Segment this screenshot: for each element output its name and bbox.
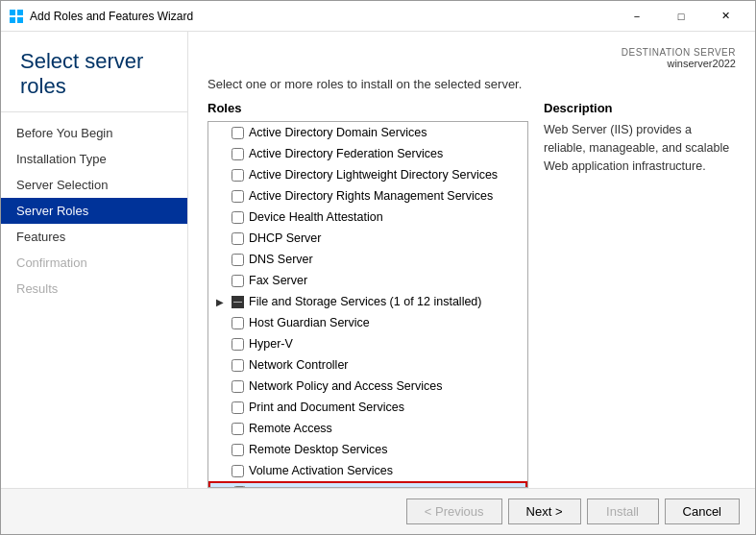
expand-arrow [216, 255, 230, 265]
role-label: Volume Activation Services [249, 464, 393, 477]
role-checkbox[interactable] [232, 380, 244, 393]
close-button[interactable]: ✕ [703, 1, 747, 32]
role-checkbox[interactable] [232, 401, 244, 414]
destination-label: DESTINATION SERVER [207, 47, 736, 58]
role-label: Device Health Attestation [249, 210, 383, 224]
main-panel: DESTINATION SERVER winserver2022 Select … [188, 32, 755, 488]
sidebar-item-installation-type[interactable]: Installation Type [1, 146, 187, 172]
list-item[interactable]: Network Policy and Access Services [208, 376, 527, 397]
role-checkbox[interactable] [233, 486, 246, 489]
list-item[interactable]: Remote Desktop Services [208, 439, 527, 460]
list-item-web-server[interactable]: Web Server (IIS) [208, 481, 527, 488]
role-checkbox[interactable] [232, 444, 244, 456]
expand-arrow [216, 212, 230, 223]
main-window: Add Roles and Features Wizard − □ ✕ Sele… [0, 0, 756, 535]
expand-arrow [216, 128, 230, 138]
sidebar-item-confirmation: Confirmation [1, 250, 187, 276]
role-checkbox[interactable] [232, 232, 244, 245]
role-checkbox[interactable] [232, 254, 244, 266]
sidebar-item-server-selection[interactable]: Server Selection [1, 172, 187, 198]
minimize-button[interactable]: − [615, 1, 659, 32]
role-checkbox[interactable] [232, 465, 244, 477]
list-item[interactable]: DHCP Server [208, 228, 527, 249]
expand-arrow [216, 318, 230, 328]
list-item[interactable]: Remote Access [208, 418, 527, 439]
role-label: Active Directory Rights Management Servi… [249, 189, 493, 203]
svg-rect-2 [10, 17, 15, 23]
list-item[interactable]: Print and Document Services [208, 397, 527, 418]
role-checkbox[interactable] [232, 317, 244, 329]
role-label: Active Directory Lightweight Directory S… [249, 168, 498, 182]
role-label: Host Guardian Service [249, 316, 370, 329]
list-item[interactable]: DNS Server [208, 249, 527, 270]
sidebar-item-features[interactable]: Features [1, 224, 187, 250]
roles-column-header: Roles [207, 101, 528, 115]
svg-rect-3 [17, 17, 23, 23]
expand-arrow [216, 233, 230, 244]
role-label: DHCP Server [249, 231, 321, 245]
role-label: Network Controller [249, 358, 349, 372]
role-checkbox[interactable] [232, 127, 244, 139]
list-item[interactable]: Active Directory Rights Management Servi… [208, 185, 527, 207]
list-item[interactable]: Active Directory Domain Services [208, 122, 527, 143]
svg-rect-0 [10, 10, 15, 15]
role-label: Web Server (IIS) [251, 485, 340, 488]
sidebar-nav: Before You Begin Installation Type Serve… [1, 112, 187, 309]
expand-arrow [216, 445, 230, 455]
maximize-button[interactable]: □ [659, 1, 703, 32]
list-item[interactable]: Active Directory Lightweight Directory S… [208, 164, 527, 185]
page-title: Select server roles [20, 49, 168, 100]
list-item[interactable]: ▶ File and Storage Services (1 of 12 ins… [208, 291, 527, 312]
content-area: Select server roles Before You Begin Ins… [1, 32, 755, 488]
role-label: Remote Desktop Services [249, 443, 388, 456]
description-header: Description [544, 101, 736, 115]
window-controls: − □ ✕ [615, 1, 747, 32]
role-checkbox[interactable] [232, 275, 244, 287]
list-item[interactable]: Hyper-V [208, 333, 527, 354]
role-checkbox[interactable] [232, 211, 244, 224]
roles-column: Roles Active Directory Domain Services [207, 101, 528, 488]
list-item[interactable]: Fax Server [208, 270, 527, 291]
footer: < Previous Next > Install Cancel [1, 488, 755, 534]
page-header: Select server roles [1, 32, 187, 112]
roles-list: Active Directory Domain Services Active … [208, 122, 527, 488]
role-checkbox[interactable] [232, 148, 244, 160]
role-checkbox[interactable] [232, 359, 244, 372]
list-item[interactable]: Host Guardian Service [208, 312, 527, 333]
expand-arrow [216, 149, 230, 159]
role-label: Remote Access [249, 422, 332, 435]
expand-arrow [216, 466, 230, 476]
list-item[interactable]: Network Controller [208, 354, 527, 376]
role-label: Active Directory Domain Services [249, 126, 427, 139]
roles-list-container[interactable]: Active Directory Domain Services Active … [207, 121, 528, 488]
role-label: DNS Server [249, 253, 313, 266]
description-text: Web Server (IIS) provides a reliable, ma… [544, 121, 736, 175]
expand-arrow [216, 402, 230, 413]
role-checkbox-filled [232, 296, 244, 308]
cancel-button[interactable]: Cancel [665, 499, 740, 524]
title-bar: Add Roles and Features Wizard − □ ✕ [1, 1, 755, 32]
role-checkbox[interactable] [232, 190, 244, 203]
install-button[interactable]: Install [587, 499, 659, 524]
svg-rect-1 [17, 10, 23, 15]
window-title: Add Roles and Features Wizard [30, 10, 615, 23]
expand-arrow [216, 339, 230, 350]
role-checkbox[interactable] [232, 338, 244, 351]
list-item[interactable]: Volume Activation Services [208, 460, 527, 481]
role-label: Active Directory Federation Services [249, 147, 443, 160]
description-column: Description Web Server (IIS) provides a … [544, 101, 736, 488]
list-item[interactable]: Active Directory Federation Services [208, 143, 527, 164]
expand-arrow [216, 381, 230, 392]
instruction-text: Select one or more roles to install on t… [207, 77, 736, 91]
previous-button[interactable]: < Previous [406, 499, 502, 524]
expand-arrow [216, 191, 230, 202]
next-button[interactable]: Next > [508, 499, 581, 524]
sidebar-item-server-roles[interactable]: Server Roles [1, 198, 187, 224]
expand-arrow [216, 360, 230, 371]
list-item[interactable]: Device Health Attestation [208, 207, 527, 228]
destination-server-info: DESTINATION SERVER winserver2022 [207, 47, 736, 69]
expand-arrow [216, 170, 230, 181]
role-checkbox[interactable] [232, 423, 244, 435]
role-checkbox[interactable] [232, 169, 244, 182]
sidebar-item-before-you-begin[interactable]: Before You Begin [1, 120, 187, 146]
